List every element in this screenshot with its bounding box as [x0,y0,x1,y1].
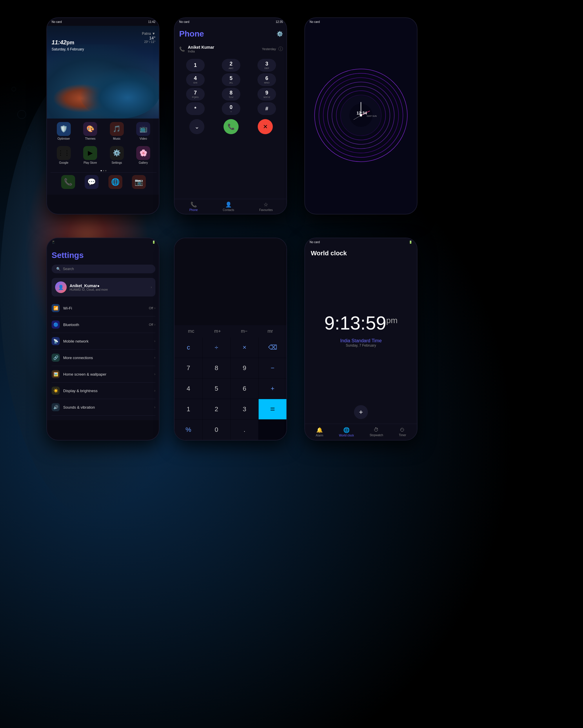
calc-dot[interactable]: . [231,420,259,440]
settings-wifi[interactable]: 📶 Wi-Fi Off › [52,300,155,316]
calc-multiply[interactable]: × [231,337,259,358]
sounds-label: Sounds & vibration [63,405,95,410]
search-icon: 🔍 [56,267,60,271]
calc-percent[interactable]: % [175,420,202,440]
playstore-icon: ▶ [83,146,97,160]
add-clock-button[interactable]: + [354,405,368,419]
favourites-tab-label: Favourites [259,208,273,212]
tab-phone[interactable]: 📞 Phone [189,202,198,212]
dial-5[interactable]: 5JKL [222,73,240,86]
dial-3[interactable]: 3DEF [257,59,276,72]
settings-sounds[interactable]: 🔊 Sounds & vibration › [52,399,155,416]
calc-1[interactable]: 1 [175,399,202,419]
calc-6[interactable]: 6 [231,379,259,399]
phone-tab-bar: 📞 Phone 👤 Contacts ☆ Favourites [175,199,287,214]
tab-alarm[interactable]: 🔔 Alarm [316,427,323,437]
worldclock-tab-icon: 🌐 [343,427,350,433]
app-themes[interactable]: 🎨 Themes [83,122,97,140]
more-connections-icon: 🔗 [52,354,60,362]
dock-camera[interactable]: 📷 [132,175,146,189]
app-settings[interactable]: ⚙️ Settings [110,146,124,164]
dial-star[interactable]: * [186,102,205,115]
dock-messages[interactable]: 💬 [85,175,99,189]
app-playstore[interactable]: ▶ Play Store [83,146,97,164]
status-left-1: No card [52,20,62,24]
calc-9[interactable]: 9 [231,358,259,378]
info-icon[interactable]: ⓘ [278,46,283,52]
dialpad: 1 2ABC 3DEF 4GHI 5JKL 6MNO 7PQRS 8TUV 9W… [175,56,287,199]
dial-0[interactable]: 0+ [222,102,240,115]
dial-4[interactable]: 4GHI [186,73,205,86]
clock-widget: 11:42pm Saturday, 6 February [52,32,84,51]
calc-8[interactable]: 8 [203,358,230,378]
mem-mc[interactable]: mc [188,329,194,334]
app-gallery[interactable]: 🌸 Gallery [136,146,150,164]
clock-digits: 11:42 [52,39,67,46]
dock-phone[interactable]: 📞 [61,175,75,189]
clock-date: Saturday, 6 February [52,47,84,51]
sounds-chevron-icon: › [154,405,155,409]
search-bar[interactable]: 🔍 Search [52,265,155,273]
tab-worldclock[interactable]: 🌐 World clock [339,427,354,437]
dial-6[interactable]: 6MNO [257,73,276,86]
settings-bluetooth[interactable]: 🔵 Bluetooth Off › [52,316,155,333]
weather-temp-val: 14° [149,36,155,40]
user-card[interactable]: 👤 Aniket_Kumar● HUAWEI ID, Cloud, and mo… [52,278,155,296]
expand-button[interactable]: ⌄ [189,119,204,134]
phone-app: No card 12:35 Phone ⚙️ 📞 Aniket Kumar In… [174,17,287,214]
mem-mr[interactable]: mr [268,329,273,334]
calc-plus[interactable]: + [259,379,286,399]
timezone-date: Sunday, 7 February [340,343,381,347]
tab-favourites[interactable]: ☆ Favourites [259,202,273,212]
page-dots [50,170,156,171]
recent-call[interactable]: 📞 Aniket Kumar India Yesterday ⓘ [175,42,287,56]
dial-7[interactable]: 7PQRS [186,88,205,101]
dock-chrome[interactable]: 🌐 [108,175,122,189]
app-music[interactable]: 🎵 Music [110,122,124,140]
calc-minus[interactable]: − [259,358,286,378]
calc-equals[interactable]: = [259,399,286,419]
app-video[interactable]: 📺 Video [136,122,150,140]
mem-mplus[interactable]: m+ [214,329,221,334]
app-google[interactable]: ⋮⋮ Google [57,146,71,164]
settings-gear-icon[interactable]: ⚙️ [277,31,283,37]
calc-divide[interactable]: ÷ [203,337,230,358]
status-bar-6: No card 🔋 [305,238,417,246]
settings-mobile-network[interactable]: 📡 Mobile network › [52,333,155,349]
weather-widget: Patna ▼ 14° 23° / 11° [142,32,155,44]
settings-display[interactable]: ☀️ Display & brightness › [52,383,155,399]
call-time-section: Yesterday ⓘ [262,46,283,52]
tab-contacts[interactable]: 👤 Contacts [223,202,234,212]
ampm: pm [386,316,398,324]
svg-text:02/07 SUN: 02/07 SUN [367,115,377,117]
mem-mminus[interactable]: m− [241,329,248,334]
end-call-button[interactable]: ✕ [258,119,273,134]
dial-8[interactable]: 8TUV [222,88,240,101]
status-left-4: 📱 [52,240,55,244]
calc-2[interactable]: 2 [203,399,230,419]
timer-tab-icon: ⏲ [400,427,405,433]
tab-stopwatch[interactable]: ⏱ Stopwatch [370,427,383,437]
tab-timer[interactable]: ⏲ Timer [399,427,406,437]
caller-name: Aniket Kumar [188,45,214,50]
dial-9[interactable]: 9WXYZ [257,88,276,101]
clock-suffix: pm [67,40,74,46]
calc-5[interactable]: 5 [203,379,230,399]
stopwatch-tab-icon: ⏱ [374,427,379,433]
calc-clear[interactable]: c [175,337,202,358]
dial-2[interactable]: 2ABC [222,59,240,72]
calc-4[interactable]: 4 [175,379,202,399]
dial-hash[interactable]: # [257,102,276,115]
calc-7[interactable]: 7 [175,358,202,378]
settings-content: Settings 🔍 Search 👤 Aniket_Kumar● HUAWEI… [47,246,159,420]
phone-settings: 📱 🔋 Settings 🔍 Search 👤 Aniket_Kumar● HU… [46,238,159,441]
dial-1[interactable]: 1 [186,59,205,72]
calc-3[interactable]: 3 [231,399,259,419]
app-optimiser[interactable]: 🛡️ Optimiser [57,122,71,140]
calc-0[interactable]: 0 [203,420,230,440]
call-button[interactable]: 📞 [224,119,238,134]
settings-more-connections[interactable]: 🔗 More connections › [52,349,155,366]
settings-homescreen[interactable]: 🖼️ Home screen & wallpaper › [52,366,155,383]
calc-backspace[interactable]: ⌫ [259,337,286,358]
weather-location: Patna ▼ [142,32,155,36]
